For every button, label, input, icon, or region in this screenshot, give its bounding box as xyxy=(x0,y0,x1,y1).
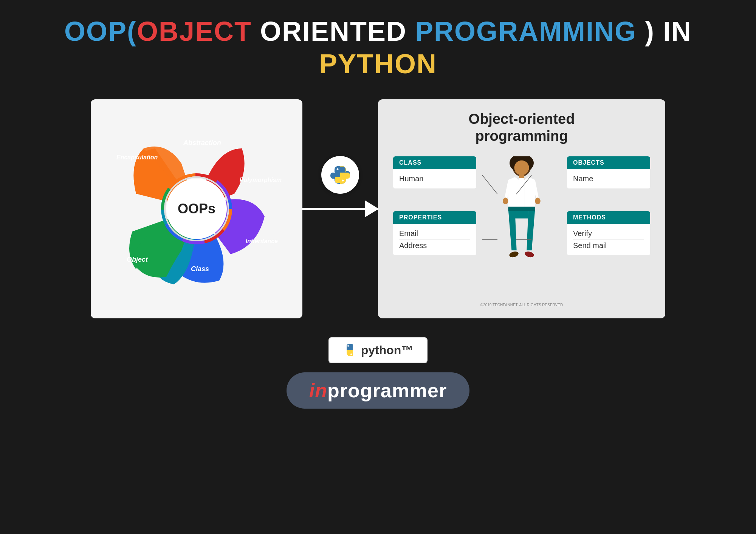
svg-point-24 xyxy=(535,198,541,204)
methods-box-body: Verify Send mail xyxy=(567,224,650,255)
svg-rect-35 xyxy=(347,350,353,353)
page-title: OOP(OBJECT ORIENTED PROGRAMMING ) IN PYT… xyxy=(64,15,692,80)
python-badge: python™ xyxy=(328,337,428,363)
svg-rect-34 xyxy=(347,347,353,350)
svg-point-36 xyxy=(347,345,349,347)
method-sendmail: Send mail xyxy=(573,240,644,252)
arrow-area xyxy=(302,99,378,318)
class-box: CLASS Human xyxy=(393,156,476,188)
title-oop: OOP( xyxy=(64,16,137,46)
label-abstraction: Abstraction xyxy=(183,139,221,147)
title-in: ) IN xyxy=(637,16,692,46)
copyright-text: ©2019 TECHFANNET. ALL RIGHTS RESERVED xyxy=(480,303,563,307)
python-logo-icon xyxy=(330,164,351,185)
class-box-body: Human xyxy=(393,169,476,188)
label-class: Class xyxy=(191,265,209,273)
python-badge-text: python™ xyxy=(361,343,414,357)
objects-box-body: Name xyxy=(567,169,650,188)
class-box-header: CLASS xyxy=(393,156,476,169)
inprogrammer-badge: inprogrammer xyxy=(287,372,470,409)
property-address: Address xyxy=(399,240,470,252)
oops-diagram-panel: OOPs Encapsulation Abstraction Polymorph… xyxy=(91,99,302,318)
oops-diagram: OOPs Encapsulation Abstraction Polymorph… xyxy=(106,118,287,299)
label-object: Object xyxy=(127,256,148,264)
python-logo-circle xyxy=(321,156,359,194)
title-object: OBJECT xyxy=(137,16,252,46)
properties-box: PROPERTIES Email Address xyxy=(393,211,476,255)
svg-point-20 xyxy=(514,161,529,175)
svg-text:OOPs: OOPs xyxy=(178,201,215,216)
main-content-area: OOPs Encapsulation Abstraction Polymorph… xyxy=(0,99,756,318)
python-badge-icon xyxy=(343,343,356,357)
oop-panel-title: Object-orientedprogramming xyxy=(469,111,575,145)
oop-info-panel: Object-orientedprogramming CLASS Human P… xyxy=(378,99,665,318)
properties-box-body: Email Address xyxy=(393,224,476,255)
title-python: PYTHON xyxy=(319,49,437,79)
methods-box-header: METHODS xyxy=(567,211,650,224)
title-oriented: ORIENTED xyxy=(252,16,415,46)
svg-point-28 xyxy=(524,250,535,258)
title-programming: PROGRAMMING xyxy=(415,16,637,46)
svg-point-27 xyxy=(509,250,519,258)
svg-point-14 xyxy=(342,179,344,181)
label-inheritance: Inheritance xyxy=(246,238,278,245)
label-encapsulation: Encapsulation xyxy=(116,154,158,161)
svg-line-29 xyxy=(482,175,497,194)
method-verify: Verify xyxy=(573,228,644,240)
objects-box-header: OBJECTS xyxy=(567,156,650,169)
class-item-human: Human xyxy=(399,173,470,185)
arrow-right xyxy=(302,208,378,210)
svg-rect-26 xyxy=(508,207,535,211)
properties-box-header: PROPERTIES xyxy=(393,211,476,224)
svg-point-37 xyxy=(350,353,352,355)
programmer-text: programmer xyxy=(327,380,447,401)
objects-box: OBJECTS Name xyxy=(567,156,650,188)
svg-rect-22 xyxy=(519,178,524,210)
in-text: in xyxy=(309,380,327,401)
svg-point-23 xyxy=(503,198,508,204)
label-polymorphism: Polymorphism xyxy=(240,177,282,184)
svg-point-13 xyxy=(337,168,339,170)
methods-box: METHODS Verify Send mail xyxy=(567,211,650,255)
object-name: Name xyxy=(573,173,644,185)
human-figure-svg xyxy=(497,156,546,277)
property-email: Email xyxy=(399,228,470,240)
bottom-area: python™ inprogrammer xyxy=(287,337,470,409)
